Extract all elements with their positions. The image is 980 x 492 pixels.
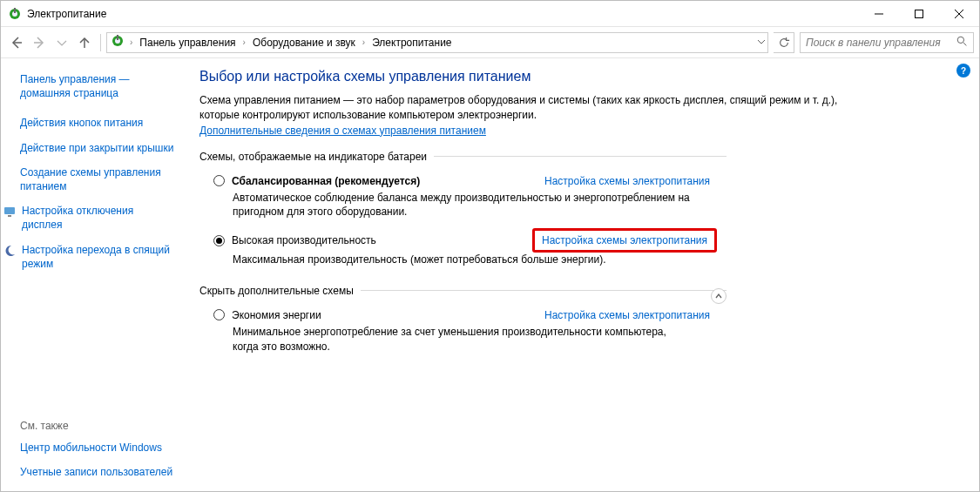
svg-rect-4: [916, 10, 923, 17]
radio-icon: [213, 175, 225, 186]
page-title: Выбор или настройка схемы управления пит…: [199, 69, 953, 84]
svg-point-13: [957, 37, 963, 43]
chevron-right-icon[interactable]: ›: [243, 37, 246, 47]
plan-description: Автоматическое соблюдение баланса между …: [233, 191, 694, 220]
sidebar-link-sleep[interactable]: Настройка перехода в спящий режим: [3, 243, 175, 271]
nav-separator: [100, 34, 101, 51]
title-bar: Электропитание: [1, 1, 979, 27]
plan-power-saver: Экономия энергии Настройка схемы электро…: [199, 306, 727, 363]
sidebar-link-display-off[interactable]: Настройка отключения дисплея: [3, 204, 175, 232]
close-button[interactable]: [939, 1, 979, 27]
address-bar[interactable]: › Панель управления › Оборудование и зву…: [106, 32, 768, 53]
forward-button[interactable]: [29, 32, 50, 53]
plan-description: Максимальная производительность (может п…: [233, 253, 694, 267]
group-legend: Скрыть дополнительные схемы: [199, 285, 361, 297]
plan-radio-saver[interactable]: Экономия энергии: [213, 309, 321, 321]
svg-rect-15: [4, 207, 15, 214]
help-button[interactable]: ?: [956, 64, 970, 78]
radio-icon: [213, 309, 225, 320]
plan-radio-high[interactable]: Высокая производительность: [213, 234, 376, 246]
window-title: Электропитание: [27, 8, 106, 20]
power-app-icon: [8, 7, 22, 21]
power-app-icon: [111, 34, 125, 51]
up-button[interactable]: [74, 32, 95, 53]
window-controls: [859, 1, 979, 27]
recent-dropdown[interactable]: [51, 32, 72, 53]
svg-line-14: [963, 43, 966, 45]
sidebar-link[interactable]: Центр мобильности Windows: [20, 441, 175, 455]
search-placeholder: Поиск в панели управления: [806, 37, 956, 49]
learn-more-link[interactable]: Дополнительные сведения о схемах управле…: [199, 125, 486, 137]
refresh-button[interactable]: [774, 32, 794, 53]
navigation-bar: › Панель управления › Оборудование и зву…: [1, 27, 979, 58]
page-description: Схема управления питанием — это набор па…: [199, 93, 879, 123]
svg-rect-2: [14, 8, 16, 13]
svg-rect-12: [117, 35, 118, 40]
sidebar-link-label: Настройка перехода в спящий режим: [22, 243, 175, 271]
maximize-button[interactable]: [899, 1, 939, 27]
address-dropdown-icon[interactable]: [757, 37, 766, 49]
change-plan-link[interactable]: Настройка схемы электропитания: [544, 309, 710, 321]
change-plan-link-highlighted[interactable]: Настройка схемы электропитания: [532, 228, 717, 253]
plan-balanced: Сбалансированная (рекомендуется) Настрой…: [199, 172, 727, 229]
chevron-right-icon[interactable]: ›: [130, 37, 132, 47]
plan-radio-balanced[interactable]: Сбалансированная (рекомендуется): [213, 175, 420, 187]
display-icon: [3, 205, 17, 222]
minimize-button[interactable]: [859, 1, 899, 27]
search-input[interactable]: Поиск в панели управления: [800, 32, 974, 53]
sidebar-home-link[interactable]: Панель управления — домашняя страница: [20, 72, 175, 100]
plan-high-performance: Высокая производительность Настройка схе…: [199, 228, 727, 276]
breadcrumb-item[interactable]: Оборудование и звук: [251, 37, 357, 49]
group-legend: Схемы, отображаемые на индикаторе батаре…: [199, 151, 434, 163]
breadcrumb-item[interactable]: Панель управления: [138, 37, 237, 49]
chevron-right-icon[interactable]: ›: [362, 37, 365, 47]
moon-icon: [3, 244, 17, 261]
sidebar-link[interactable]: Действие при закрытии крышки: [20, 141, 175, 155]
sidebar: Панель управления — домашняя страница Де…: [1, 58, 184, 491]
back-button[interactable]: [6, 32, 27, 53]
sidebar-link[interactable]: Учетные записи пользователей: [20, 465, 175, 479]
radio-icon: [213, 235, 225, 246]
main-content: ? Выбор или настройка схемы управления п…: [184, 58, 979, 491]
plans-hidden-group: Скрыть дополнительные схемы Экономия эне…: [199, 285, 727, 363]
sidebar-link[interactable]: Действия кнопок питания: [20, 116, 175, 130]
svg-rect-16: [8, 215, 11, 217]
plan-name: Экономия энергии: [232, 309, 321, 321]
plan-name: Высокая производительность: [232, 234, 376, 246]
plan-description: Минимальное энергопотребление за счет ум…: [233, 325, 694, 354]
change-plan-link[interactable]: Настройка схемы электропитания: [544, 175, 710, 187]
search-icon: [956, 36, 968, 50]
sidebar-link[interactable]: Создание схемы управления питанием: [20, 165, 175, 193]
breadcrumb-item[interactable]: Электропитание: [370, 37, 453, 49]
see-also-heading: См. также: [20, 420, 175, 432]
sidebar-link-label: Настройка отключения дисплея: [22, 204, 175, 232]
collapse-button[interactable]: [711, 288, 727, 304]
plan-name: Сбалансированная (рекомендуется): [232, 175, 420, 187]
plans-shown-group: Схемы, отображаемые на индикаторе батаре…: [199, 151, 727, 276]
